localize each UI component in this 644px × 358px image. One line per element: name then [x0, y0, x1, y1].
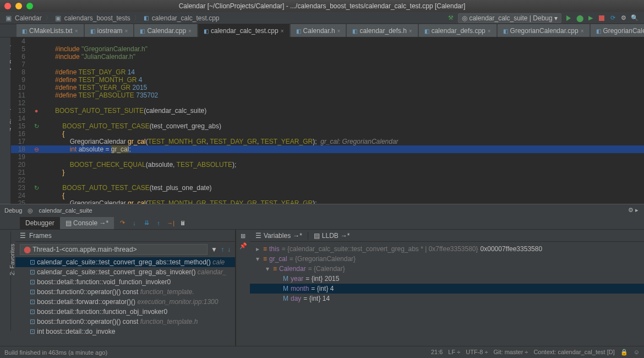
folder-icon: ▣: [55, 14, 61, 22]
console-icon: ▤: [66, 219, 72, 227]
encoding[interactable]: UTF-8 ÷: [466, 349, 488, 356]
stack-frame[interactable]: ⊡ boost::detail::forward::operator()() e…: [15, 297, 235, 307]
close-tab-icon[interactable]: ×: [488, 28, 491, 34]
file-icon: ◧: [296, 28, 301, 34]
run-icon[interactable]: [565, 14, 572, 22]
editor-tab[interactable]: ◧CMakeLists.txt×: [17, 24, 84, 37]
run-to-cursor-icon[interactable]: →|: [167, 219, 174, 227]
restore-layout-icon[interactable]: ⊞: [239, 232, 247, 240]
step-over-icon[interactable]: ↷: [118, 219, 126, 227]
gear-icon[interactable]: ⚙ ▸: [628, 207, 638, 214]
stack-frame[interactable]: ⊡ boost::detail::function::void_function…: [15, 277, 235, 287]
file-icon: ◧: [90, 28, 95, 34]
editor-tab[interactable]: ◧GregorianCalendar.cpp×: [498, 24, 590, 37]
variables-tree[interactable]: ▸≡ this = {calendar_calc_suite::test_con…: [250, 242, 644, 346]
editor-tab[interactable]: ◧iostream×: [85, 24, 134, 37]
run-gutter-icon: ↻: [32, 122, 40, 130]
thread-selector-row: ⬤ Thread-1-<com.apple.main-thread> ▼ ↑ ↓: [15, 242, 235, 257]
left-tool-sidebar: 1: Project 7: Structure: [0, 37, 11, 204]
stack-frame[interactable]: ⊡ boost::function0::operator()() const f…: [15, 287, 235, 297]
frame-list[interactable]: ⊡ calendar_calc_suite::test_convert_greg…: [15, 257, 235, 346]
evaluate-icon[interactable]: 🖩: [179, 219, 187, 227]
editor-tab[interactable]: ◧calendar_defs.cpp×: [419, 24, 496, 37]
force-step-into-icon[interactable]: ⇊: [143, 219, 150, 227]
breadcrumb-file[interactable]: calendar_calc_test.cpp: [152, 14, 220, 22]
close-tab-icon[interactable]: ×: [581, 28, 584, 34]
pin-icon[interactable]: 📌: [239, 242, 247, 249]
editor-tab[interactable]: ◧Calendar.cpp×: [134, 24, 197, 37]
stack-frame[interactable]: ⊡ boost::function0::operator()() const f…: [15, 317, 235, 327]
close-icon[interactable]: [4, 3, 11, 9]
file-icon: ◧: [22, 28, 27, 34]
window-controls: [4, 3, 33, 9]
breakpoint-icon: ●: [32, 107, 40, 115]
lldb-icon: ▤: [314, 232, 320, 240]
breadcrumb-folder[interactable]: calendars_boost_tests: [64, 14, 130, 22]
git-branch[interactable]: Git: master ÷: [494, 349, 528, 356]
run-with-coverage-icon[interactable]: ▶: [587, 14, 594, 22]
chevron-down-icon: ▾: [554, 14, 558, 22]
tab-debugger[interactable]: Debugger: [20, 217, 60, 229]
stack-frame[interactable]: ⊡ boost::detail::function::function_obj_…: [15, 307, 235, 317]
line-ending[interactable]: LF ÷: [448, 349, 460, 356]
file-icon: ◧: [140, 28, 145, 34]
status-bar: Build finished in 463ms (a minute ago) 2…: [0, 346, 644, 358]
var-gr-cal[interactable]: ▾≡ gr_cal = {GregorianCalendar}: [250, 254, 644, 264]
frames-right-gutter: ⊞ 📌: [236, 230, 250, 346]
var-calendar[interactable]: ▾≡ Calendar = {Calendar}: [250, 264, 644, 274]
chevron-down-icon[interactable]: ▼: [211, 246, 217, 253]
lock-icon[interactable]: 🔒: [620, 349, 628, 356]
hammer-icon[interactable]: ⚒: [447, 14, 455, 22]
editor-tab[interactable]: ◧GregorianCalendar.h×: [591, 24, 644, 37]
maximize-icon[interactable]: [26, 3, 33, 9]
file-icon: ◧: [424, 28, 429, 34]
stop-icon[interactable]: [598, 14, 605, 22]
cursor-position[interactable]: 21:6: [431, 349, 443, 356]
var-year[interactable]: M year = {int} 2015: [250, 274, 644, 284]
code-editor[interactable]: 45#include "GregorianCalendar.h"6#includ…: [11, 37, 644, 204]
var-month[interactable]: M month = {int} 4: [250, 284, 644, 294]
file-icon: ◧: [204, 28, 209, 34]
step-into-icon[interactable]: ↓: [130, 219, 138, 227]
var-this[interactable]: ▸≡ this = {calendar_calc_suite::test_con…: [250, 244, 644, 254]
tab-console[interactable]: ▤ Console →*: [60, 217, 114, 229]
close-tab-icon[interactable]: ×: [125, 28, 128, 34]
var-day[interactable]: M day = {int} 14: [250, 294, 644, 303]
thread-dropdown[interactable]: ⬤ Thread-1-<com.apple.main-thread>: [20, 244, 208, 255]
error-icon: ⊖: [32, 145, 40, 153]
minimize-icon[interactable]: [15, 3, 22, 9]
settings-icon[interactable]: ⚙: [620, 14, 627, 22]
file-icon: ◧: [596, 28, 601, 34]
breadcrumb-root[interactable]: Calendar: [15, 14, 42, 22]
debug-icon[interactable]: ⬤: [576, 14, 583, 22]
next-frame-icon[interactable]: ↓: [227, 246, 231, 253]
file-icon: ◧: [352, 28, 357, 34]
update-icon[interactable]: ⟳: [609, 14, 616, 22]
editor-tab[interactable]: ◧Calendar.h×: [291, 24, 346, 37]
titlebar: Calendar [~/ClionProjects/Calendar] - ..…: [0, 0, 644, 12]
stack-frame[interactable]: ⊡ calendar_calc_suite::test_convert_greg…: [15, 257, 235, 267]
debug-target-icon: ◎: [26, 207, 34, 214]
thread-icon: ⬤: [24, 246, 31, 253]
editor-tab[interactable]: ◧calendar_defs.h×: [347, 24, 417, 37]
debug-header: Debug ◎ calendar_calc_suite ⚙ ▸: [0, 204, 644, 216]
prev-frame-icon[interactable]: ↑: [221, 246, 224, 253]
variables-column: ☰Variables →* ▤LLDB →* ▸≡ this = {calend…: [250, 230, 644, 346]
close-tab-icon[interactable]: ×: [188, 28, 192, 34]
close-tab-icon[interactable]: ×: [281, 28, 284, 34]
stack-frame[interactable]: ⊡ calendar_calc_suite::test_convert_greg…: [15, 267, 235, 277]
folder-icon: ▣: [6, 14, 12, 22]
hector-icon[interactable]: ☺: [634, 349, 640, 356]
close-tab-icon[interactable]: ×: [337, 28, 341, 34]
run-gutter-icon: ↻: [32, 184, 40, 192]
navigation-bar: ▣ Calendar 〉 ▣ calendars_boost_tests 〉 ◧…: [0, 12, 644, 24]
stack-frame[interactable]: ⊡ int boost::detail::do_invoke: [15, 327, 235, 337]
run-config-dropdown[interactable]: ◎ calendar_calc_suite | Debug ▾: [458, 13, 561, 23]
step-out-icon[interactable]: ↑: [155, 219, 162, 227]
close-tab-icon[interactable]: ×: [75, 28, 78, 34]
context[interactable]: Context: calendar_cal_test [D]: [533, 349, 614, 356]
favorites-tool[interactable]: 2: Favorites: [9, 244, 15, 275]
close-tab-icon[interactable]: ×: [409, 28, 412, 34]
search-icon[interactable]: 🔍: [631, 14, 638, 22]
editor-tab[interactable]: ◧calendar_calc_test.cpp×: [198, 24, 290, 37]
